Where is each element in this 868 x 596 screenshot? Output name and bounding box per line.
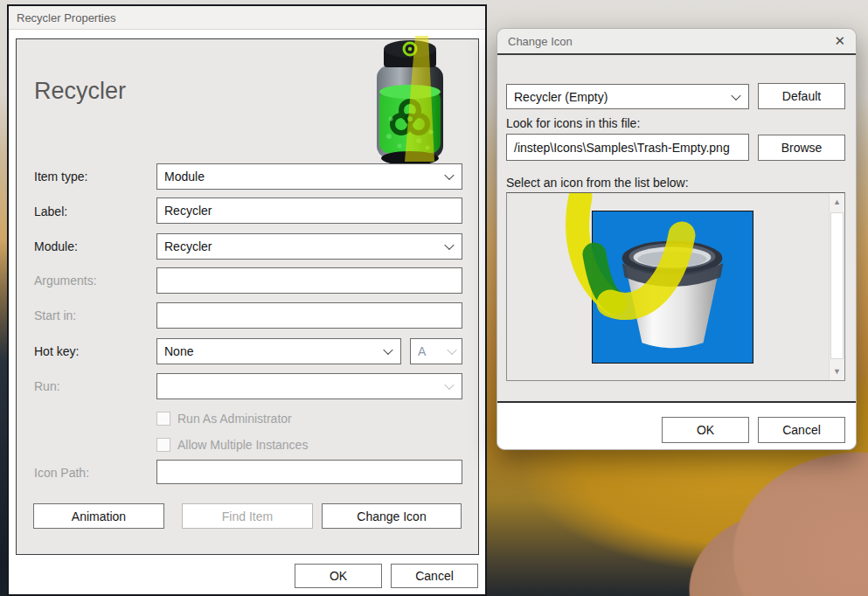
run-combobox xyxy=(156,373,462,399)
chevron-down-icon xyxy=(447,345,456,355)
run-label: Run: xyxy=(34,379,60,393)
icon-file-path-input[interactable]: /instep\Icons\Samples\Trash-Empty.png xyxy=(506,134,749,161)
item-heading: Recycler xyxy=(34,78,126,105)
icon-path-label: Icon Path: xyxy=(34,466,89,480)
hot-key-letter-combobox: A xyxy=(410,338,462,364)
chevron-down-icon xyxy=(444,170,454,180)
selected-icon-tile[interactable] xyxy=(592,211,753,364)
look-for-icons-label: Look for icons in this file: xyxy=(506,116,640,130)
browse-button[interactable]: Browse xyxy=(758,135,845,161)
label-label: Label: xyxy=(34,204,67,218)
chevron-down-icon xyxy=(383,345,392,355)
change-icon-body: Recycler (Empty) Default Look for icons … xyxy=(497,57,856,401)
allow-multiple-instances-checkbox xyxy=(156,438,170,452)
recycler-toxic-canister-icon xyxy=(365,36,456,167)
scrollbar-thumb[interactable] xyxy=(830,212,844,359)
module-label: Module: xyxy=(34,239,78,253)
trash-empty-icon xyxy=(593,211,753,363)
ok-button[interactable]: OK xyxy=(295,564,382,588)
select-icon-label: Select an icon from the list below: xyxy=(506,176,689,190)
label-input[interactable]: Recycler xyxy=(156,198,462,224)
recycler-properties-titlebar[interactable]: Recycler Properties xyxy=(9,6,485,30)
change-icon-button[interactable]: Change Icon xyxy=(322,503,462,529)
default-button[interactable]: Default xyxy=(758,83,845,109)
recycler-properties-panel: Recycler xyxy=(16,38,479,555)
close-icon[interactable]: ✕ xyxy=(834,33,845,49)
change-icon-footer: OK Cancel xyxy=(497,401,856,449)
module-combobox[interactable]: Recycler xyxy=(156,233,462,260)
run-as-administrator-label: Run As Administrator xyxy=(177,412,292,426)
arguments-input[interactable] xyxy=(156,267,462,294)
arguments-label: Arguments: xyxy=(34,274,97,288)
ok-button[interactable]: OK xyxy=(662,417,749,443)
scroll-up-icon[interactable]: ▲ xyxy=(830,193,844,211)
run-as-administrator-checkbox-row: Run As Administrator xyxy=(156,412,292,426)
chevron-down-icon xyxy=(444,380,454,390)
run-as-administrator-checkbox xyxy=(156,412,170,426)
start-in-input[interactable] xyxy=(156,302,462,329)
icon-list-scrollbar[interactable]: ▲ ▼ xyxy=(829,193,844,380)
change-icon-dialog: Change Icon ✕ Recycler (Empty) Default L… xyxy=(496,28,857,450)
icon-list[interactable]: ▲ ▼ xyxy=(506,192,845,381)
chevron-down-icon xyxy=(731,90,740,100)
recycler-properties-title: Recycler Properties xyxy=(17,11,115,24)
icon-type-combobox[interactable]: Recycler (Empty) xyxy=(506,84,749,109)
chevron-down-icon xyxy=(444,240,454,250)
hot-key-combobox[interactable]: None xyxy=(156,338,401,364)
recycler-properties-dialog: Recycler Properties Recycler xyxy=(7,4,487,596)
allow-multiple-instances-checkbox-row: Allow Multiple Instances xyxy=(156,438,308,452)
find-item-button: Find Item xyxy=(182,503,313,529)
item-type-combobox[interactable]: Module xyxy=(156,163,462,190)
icon-path-input[interactable] xyxy=(156,460,462,484)
scroll-down-icon[interactable]: ▼ xyxy=(830,363,844,380)
cancel-button[interactable]: Cancel xyxy=(758,417,845,443)
allow-multiple-instances-label: Allow Multiple Instances xyxy=(177,438,308,452)
item-type-label: Item type: xyxy=(34,170,87,184)
hot-key-label: Hot key: xyxy=(34,344,79,358)
animation-button[interactable]: Animation xyxy=(33,503,164,529)
cancel-button[interactable]: Cancel xyxy=(391,564,478,588)
change-icon-titlebar[interactable]: Change Icon ✕ xyxy=(497,29,856,55)
change-icon-title: Change Icon xyxy=(508,35,573,48)
start-in-label: Start in: xyxy=(34,308,76,322)
